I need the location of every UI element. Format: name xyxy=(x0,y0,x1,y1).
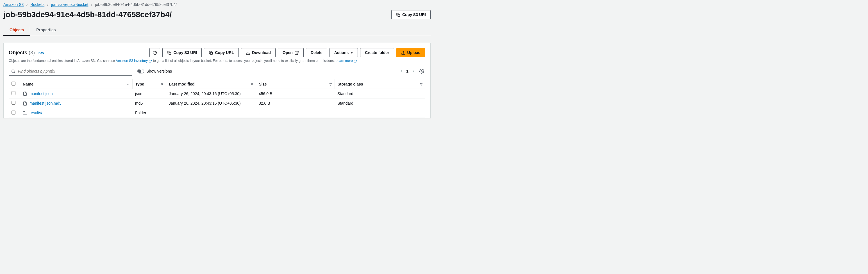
col-header-last-modified[interactable]: Last modified ▽ xyxy=(166,79,256,89)
upload-icon xyxy=(401,50,406,55)
object-storage-class: Standard xyxy=(335,89,425,99)
copy-url-button[interactable]: Copy URL xyxy=(204,48,239,57)
svg-point-9 xyxy=(12,70,14,72)
row-checkbox[interactable] xyxy=(11,101,16,105)
pagination: ‹ 1 › xyxy=(399,67,425,75)
delete-button[interactable]: Delete xyxy=(306,48,327,57)
select-all-checkbox[interactable] xyxy=(11,82,16,85)
refresh-button[interactable] xyxy=(150,48,160,57)
chevron-down-icon xyxy=(350,50,353,55)
create-folder-button[interactable]: Create folder xyxy=(360,48,394,57)
upload-button[interactable]: Upload xyxy=(396,48,425,57)
page-number: 1 xyxy=(406,69,408,74)
panel-description: Objects are the fundamental entities sto… xyxy=(9,59,425,63)
object-name: results/ xyxy=(30,111,42,115)
svg-line-8 xyxy=(355,60,357,61)
object-storage-class: - xyxy=(335,108,425,117)
row-checkbox[interactable] xyxy=(11,91,16,95)
external-link-icon xyxy=(294,50,299,55)
inventory-link[interactable]: Amazon S3 inventory xyxy=(116,59,153,63)
col-header-size[interactable]: Size ▽ xyxy=(256,79,335,89)
object-modified: - xyxy=(166,108,256,117)
object-link[interactable]: manifest.json xyxy=(23,91,53,96)
info-link[interactable]: Info xyxy=(38,51,44,55)
svg-line-7 xyxy=(150,60,152,61)
breadcrumb-amazon-s3[interactable]: Amazon S3 xyxy=(3,2,24,7)
file-icon xyxy=(23,91,27,96)
sort-icon: ▽ xyxy=(420,82,423,85)
breadcrumb-current: job-59b3de94-91e4-4d5b-81dd-47658cef37b4… xyxy=(95,2,177,7)
col-header-name[interactable]: Name ▲ xyxy=(20,79,132,89)
settings-button[interactable] xyxy=(418,67,425,75)
sort-asc-icon: ▲ xyxy=(127,82,129,85)
show-versions-toggle[interactable] xyxy=(137,69,144,74)
tab-objects[interactable]: Objects xyxy=(3,25,30,36)
breadcrumb-buckets[interactable]: Buckets xyxy=(30,2,44,7)
objects-table: Name ▲ Type ▽ Last modified ▽ Size ▽ Sto… xyxy=(9,79,425,118)
table-row: results/Folder--- xyxy=(9,108,425,117)
object-type: md5 xyxy=(132,99,166,108)
object-name: manifest.json xyxy=(30,91,53,96)
open-button[interactable]: Open xyxy=(278,48,304,57)
copy-icon xyxy=(167,50,172,55)
file-icon xyxy=(23,101,27,106)
object-modified: January 26, 2024, 20:43:16 (UTC+05:30) xyxy=(166,99,256,108)
object-link[interactable]: manifest.json.md5 xyxy=(23,101,62,106)
show-versions-label: Show versions xyxy=(146,69,172,74)
refresh-icon xyxy=(153,50,157,55)
col-header-storage-class[interactable]: Storage class ▽ xyxy=(335,79,425,89)
chevron-right-icon xyxy=(90,2,93,7)
object-size: - xyxy=(256,108,335,117)
col-header-type[interactable]: Type ▽ xyxy=(132,79,166,89)
svg-rect-1 xyxy=(169,52,171,54)
copy-icon xyxy=(396,12,401,17)
search-input[interactable] xyxy=(9,67,132,76)
object-type: json xyxy=(132,89,166,99)
next-page-button[interactable]: › xyxy=(411,67,415,75)
row-checkbox[interactable] xyxy=(11,111,16,114)
svg-marker-5 xyxy=(351,53,353,54)
sort-icon: ▽ xyxy=(161,82,163,85)
breadcrumb: Amazon S3 Buckets jumisa-replica-bucket … xyxy=(0,0,434,8)
svg-rect-0 xyxy=(398,15,400,16)
copy-s3-uri-button[interactable]: Copy S3 URI xyxy=(162,48,202,57)
object-size: 32.0 B xyxy=(256,99,335,108)
sort-icon: ▽ xyxy=(251,82,253,85)
svg-line-4 xyxy=(296,51,298,53)
object-storage-class: Standard xyxy=(335,99,425,108)
chevron-right-icon xyxy=(46,2,50,7)
page-title: job-59b3de94-91e4-4d5b-81dd-47658cef37b4… xyxy=(3,10,172,19)
copy-icon xyxy=(209,50,213,55)
copy-s3-uri-header-button[interactable]: Copy S3 URI xyxy=(391,10,431,19)
actions-dropdown[interactable]: Actions xyxy=(330,48,358,57)
download-icon xyxy=(246,50,250,55)
svg-rect-2 xyxy=(210,52,212,54)
download-button[interactable]: Download xyxy=(241,48,276,57)
object-modified: January 26, 2024, 20:43:16 (UTC+05:30) xyxy=(166,89,256,99)
folder-icon xyxy=(23,111,27,115)
object-name: manifest.json.md5 xyxy=(30,101,62,106)
search-icon xyxy=(11,68,16,74)
toolbar: Copy S3 URI Copy URL Download Open xyxy=(150,48,425,57)
sort-icon: ▽ xyxy=(330,82,332,85)
table-row: manifest.json.md5md5January 26, 2024, 20… xyxy=(9,99,425,108)
chevron-right-icon xyxy=(25,2,29,7)
object-size: 456.0 B xyxy=(256,89,335,99)
table-row: manifest.jsonjsonJanuary 26, 2024, 20:43… xyxy=(9,89,425,99)
panel-title: Objects (3) xyxy=(9,50,35,56)
tabs: Objects Properties xyxy=(3,25,431,36)
tab-properties[interactable]: Properties xyxy=(30,25,62,36)
search-box xyxy=(9,67,132,76)
objects-panel: Objects (3) Info Copy S3 URI Co xyxy=(3,43,431,118)
object-link[interactable]: results/ xyxy=(23,111,42,115)
svg-line-10 xyxy=(14,72,15,73)
learn-more-link[interactable]: Learn more xyxy=(336,59,357,63)
svg-point-11 xyxy=(421,71,423,72)
prev-page-button[interactable]: ‹ xyxy=(399,67,403,75)
object-type: Folder xyxy=(132,108,166,117)
breadcrumb-bucket-name[interactable]: jumisa-replica-bucket xyxy=(51,2,88,7)
